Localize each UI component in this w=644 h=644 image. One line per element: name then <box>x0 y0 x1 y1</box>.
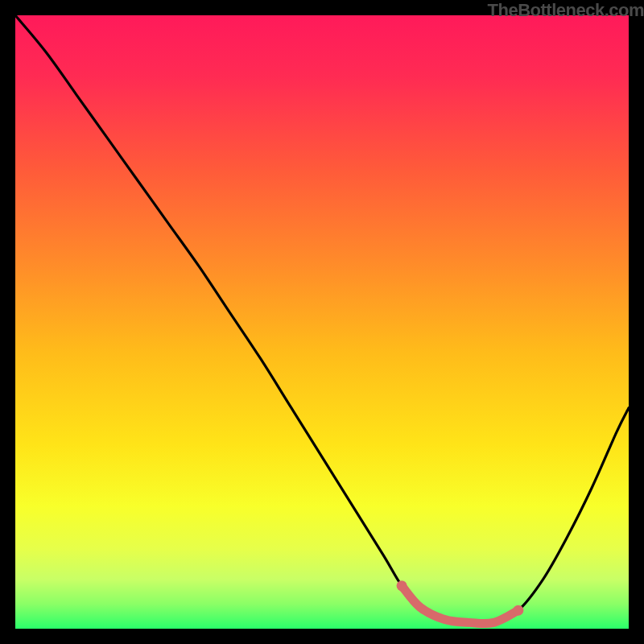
highlight-dot <box>513 605 523 616</box>
watermark-text: TheBottleneck.com <box>488 0 644 21</box>
bottleneck-chart <box>15 15 629 629</box>
chart-frame <box>15 15 629 629</box>
gradient-background <box>15 15 629 629</box>
highlight-dot <box>397 580 407 591</box>
